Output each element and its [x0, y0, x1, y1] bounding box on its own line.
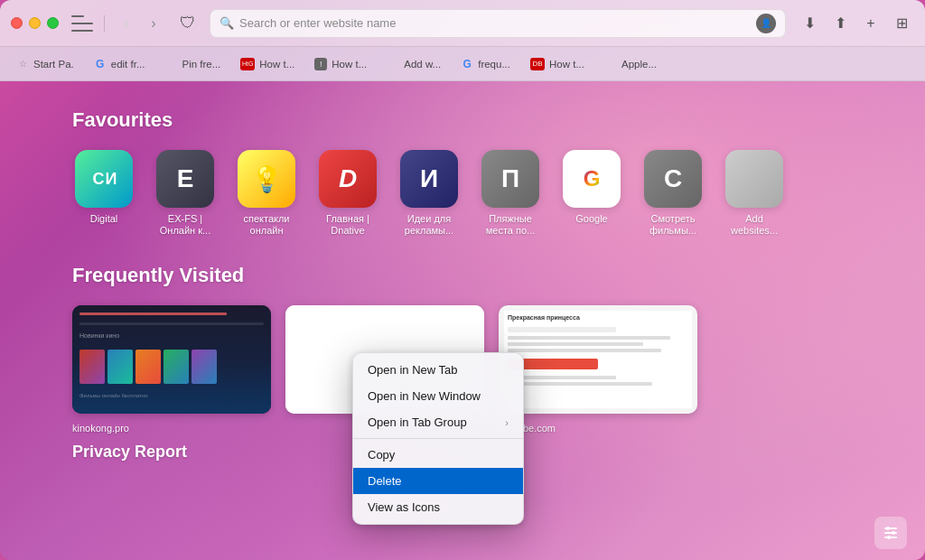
kino-subtext: Фильмы онлайн бесплатно	[79, 393, 264, 398]
sidebar-toggle-line	[71, 30, 93, 32]
back-button[interactable]: ‹	[114, 11, 139, 36]
kino-card-3	[135, 350, 161, 384]
tab-how1[interactable]: HtG How t...	[231, 51, 304, 77]
kino-card-1	[79, 350, 105, 384]
tab-freq[interactable]: G frequ...	[452, 51, 519, 77]
sidebar-toggle-line	[71, 15, 84, 17]
fav-dnative-icon: D	[319, 150, 377, 208]
ctx-open-new-window-label: Open in New Window	[368, 389, 481, 403]
kino-bar	[79, 313, 227, 315]
ctx-copy[interactable]: Copy	[353, 442, 523, 468]
fav-plyazh-icon: П	[481, 150, 539, 208]
sidebar-toggle-line	[71, 23, 93, 24]
tab-favicon	[164, 58, 177, 70]
context-menu: Open in New Tab Open in New Window Open …	[352, 352, 524, 525]
main-content: Favourites C И Digital Е EX-FS | Онлайн …	[0, 81, 925, 560]
add-tab-button[interactable]: +	[858, 11, 883, 36]
ctx-delete[interactable]: Delete	[353, 468, 523, 494]
tab-add[interactable]: Add w...	[378, 51, 450, 77]
yt-line-3	[508, 349, 661, 352]
tabs-bar: ☆ Start Pa. G edit fr... Pin fre... HtG …	[0, 47, 925, 81]
ctx-open-tab-group[interactable]: Open in Tab Group ›	[353, 409, 523, 435]
freq-kinokong-thumb: Новинки кино Фильмы онлайн бесплатно	[72, 305, 271, 414]
tab-favicon: HtG	[240, 58, 255, 70]
fav-google-label: Google	[575, 213, 607, 225]
tab-edit[interactable]: G edit fr...	[85, 51, 154, 77]
fav-digital-label: Digital	[90, 213, 118, 225]
tab-label: Start Pa.	[33, 59, 74, 70]
fav-add-label: Add websites...	[723, 213, 786, 237]
toolbar-actions: ⬇ ⬆ + ⊞	[797, 11, 914, 36]
svg-point-5	[887, 536, 891, 539]
minimize-button[interactable]	[29, 17, 41, 29]
share-button[interactable]: ⬆	[827, 11, 853, 36]
titlebar: ‹ › 🛡 🔍 Search or enter website name 👤 ⬇…	[0, 0, 925, 47]
fav-digital-icon: C И	[75, 150, 133, 208]
tab-how2[interactable]: ! How t...	[305, 51, 376, 77]
tab-start-page[interactable]: ☆ Start Pa.	[7, 51, 83, 77]
kino-card-4	[164, 350, 189, 384]
freq-youtube[interactable]: Прекрасная принцесса	[499, 305, 697, 435]
fav-smotret[interactable]: С Смотреть фильмы...	[641, 150, 705, 237]
fav-idei-icon: И	[400, 150, 458, 208]
tab-apple[interactable]: Apple...	[595, 51, 666, 77]
tab-pin[interactable]: Pin fre...	[155, 51, 229, 77]
tab-label: How t...	[549, 59, 584, 70]
fav-plyazh[interactable]: П Пляжные места по...	[479, 150, 542, 237]
forward-button[interactable]: ›	[141, 11, 166, 36]
fav-idei[interactable]: И Идеи для рекламы...	[397, 150, 461, 237]
ctx-copy-label: Copy	[368, 448, 395, 462]
fav-smotret-label: Смотреть фильмы...	[641, 213, 705, 237]
fav-exfs[interactable]: Е EX-FS | Онлайн к...	[154, 150, 217, 237]
fav-spektakli[interactable]: 💡 спектакли онлайн	[235, 150, 298, 237]
fav-add[interactable]: Add websites...	[723, 150, 786, 237]
kino-row	[79, 350, 264, 384]
fav-dnative[interactable]: D Главная | Dnative	[316, 150, 379, 237]
tab-label: edit fr...	[111, 59, 145, 70]
freq-visited-title: Frequently Visited	[72, 264, 853, 287]
ctx-open-tab-group-label: Open in Tab Group	[368, 415, 467, 429]
chevron-right-icon: ›	[505, 417, 509, 428]
ctx-open-new-window[interactable]: Open in New Window	[353, 383, 523, 409]
fav-spektakli-label: спектакли онлайн	[235, 213, 298, 237]
tab-favicon: DB	[530, 58, 545, 70]
ctx-delete-label: Delete	[368, 474, 402, 488]
favourites-title: Favourites	[72, 108, 853, 132]
grid-button[interactable]: ⊞	[889, 11, 914, 36]
search-icon: 🔍	[220, 16, 234, 30]
browser-window: ‹ › 🛡 🔍 Search or enter website name 👤 ⬇…	[0, 0, 925, 560]
tab-favicon	[604, 58, 617, 70]
fav-dnative-label: Главная | Dnative	[316, 213, 379, 237]
tab-label: How t...	[332, 59, 367, 70]
yt-line-4	[508, 376, 616, 379]
search-bar[interactable]: 🔍 Search or enter website name 👤	[210, 9, 786, 38]
fav-exfs-label: EX-FS | Онлайн к...	[154, 213, 217, 237]
freq-kinokong[interactable]: Новинки кино Фильмы онлайн бесплатно	[72, 305, 271, 435]
sidebar-toggle-button[interactable]	[71, 15, 93, 32]
fav-smotret-icon: С	[644, 150, 702, 208]
shield-icon: 🛡	[175, 11, 201, 36]
tab-label: Add w...	[404, 59, 441, 70]
yt-content: Прекрасная принцесса	[504, 311, 692, 408]
fav-idei-label: Идеи для рекламы...	[397, 213, 461, 237]
customize-button[interactable]	[874, 517, 907, 549]
tab-label: Pin fre...	[182, 59, 220, 70]
ctx-view-icons[interactable]: View as Icons	[353, 494, 523, 520]
close-button[interactable]	[11, 17, 23, 29]
download-button[interactable]: ⬇	[797, 11, 822, 36]
yt-line-2	[508, 342, 643, 346]
traffic-lights	[11, 17, 59, 29]
kino-text: Новинки кино	[79, 332, 264, 339]
fav-google[interactable]: G Google	[560, 150, 623, 237]
tab-favicon: !	[314, 58, 327, 70]
yt-header-line	[508, 327, 616, 332]
fav-exfs-icon: Е	[156, 150, 214, 208]
kino-card-5	[192, 350, 217, 384]
maximize-button[interactable]	[47, 17, 59, 29]
favourites-grid: C И Digital Е EX-FS | Онлайн к... 💡 спек…	[72, 150, 853, 237]
fav-google-icon: G	[563, 150, 621, 208]
fav-digital[interactable]: C И Digital	[72, 150, 135, 237]
ctx-open-new-tab[interactable]: Open in New Tab	[353, 357, 523, 383]
tab-favicon: G	[461, 58, 473, 70]
tab-how3[interactable]: DB How t...	[521, 51, 593, 77]
